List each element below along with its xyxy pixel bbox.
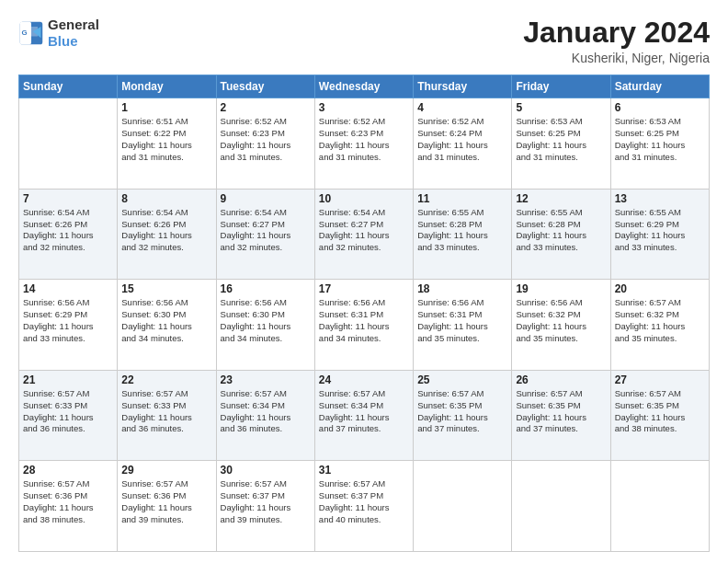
calendar-cell: 14Sunrise: 6:56 AMSunset: 6:29 PMDayligh… [19, 280, 118, 371]
calendar-cell [19, 98, 118, 190]
day-number: 17 [319, 282, 409, 295]
calendar-day-header: Friday [512, 75, 610, 98]
day-number: 5 [516, 101, 606, 114]
cell-content: Sunrise: 6:52 AMSunset: 6:24 PMDaylight:… [417, 116, 507, 163]
cell-content: Sunrise: 6:57 AMSunset: 6:35 PMDaylight:… [516, 388, 606, 435]
cell-content: Sunrise: 6:54 AMSunset: 6:27 PMDaylight:… [319, 207, 409, 254]
day-number: 6 [615, 101, 705, 114]
calendar-cell [512, 461, 610, 552]
calendar-cell: 6Sunrise: 6:53 AMSunset: 6:25 PMDaylight… [610, 98, 709, 190]
calendar-cell: 20Sunrise: 6:57 AMSunset: 6:32 PMDayligh… [610, 280, 709, 371]
calendar-cell: 10Sunrise: 6:54 AMSunset: 6:27 PMDayligh… [314, 189, 413, 280]
calendar-day-header: Thursday [414, 75, 512, 98]
day-number: 7 [23, 192, 113, 205]
cell-content: Sunrise: 6:54 AMSunset: 6:26 PMDaylight:… [121, 207, 211, 254]
cell-content: Sunrise: 6:56 AMSunset: 6:30 PMDaylight:… [121, 297, 211, 344]
calendar-cell: 4Sunrise: 6:52 AMSunset: 6:24 PMDaylight… [414, 98, 512, 190]
calendar-cell: 17Sunrise: 6:56 AMSunset: 6:31 PMDayligh… [314, 280, 413, 371]
cell-content: Sunrise: 6:52 AMSunset: 6:23 PMDaylight:… [221, 116, 311, 163]
day-number: 29 [121, 464, 211, 477]
calendar-header-row: SundayMondayTuesdayWednesdayThursdayFrid… [19, 75, 710, 98]
calendar-day-header: Wednesday [314, 75, 413, 98]
cell-content: Sunrise: 6:57 AMSunset: 6:35 PMDaylight:… [417, 388, 507, 435]
day-number: 25 [417, 373, 507, 386]
day-number: 9 [221, 192, 311, 205]
calendar-cell: 8Sunrise: 6:54 AMSunset: 6:26 PMDaylight… [118, 189, 216, 280]
calendar-cell: 1Sunrise: 6:51 AMSunset: 6:22 PMDaylight… [118, 98, 216, 190]
cell-content: Sunrise: 6:57 AMSunset: 6:37 PMDaylight:… [221, 478, 311, 525]
cell-content: Sunrise: 6:53 AMSunset: 6:25 PMDaylight:… [615, 116, 705, 163]
calendar-cell: 16Sunrise: 6:56 AMSunset: 6:30 PMDayligh… [216, 280, 314, 371]
day-number: 11 [417, 192, 507, 205]
logo: G General Blue [18, 17, 99, 50]
day-number: 16 [221, 282, 311, 295]
cell-content: Sunrise: 6:57 AMSunset: 6:36 PMDaylight:… [23, 478, 113, 525]
day-number: 4 [417, 101, 507, 114]
calendar-cell: 28Sunrise: 6:57 AMSunset: 6:36 PMDayligh… [19, 461, 118, 552]
calendar-cell: 15Sunrise: 6:56 AMSunset: 6:30 PMDayligh… [118, 280, 216, 371]
calendar-cell: 9Sunrise: 6:54 AMSunset: 6:27 PMDaylight… [216, 189, 314, 280]
cell-content: Sunrise: 6:56 AMSunset: 6:31 PMDaylight:… [417, 297, 507, 344]
calendar-cell: 31Sunrise: 6:57 AMSunset: 6:37 PMDayligh… [314, 461, 413, 552]
cell-content: Sunrise: 6:53 AMSunset: 6:25 PMDaylight:… [516, 116, 606, 163]
cell-content: Sunrise: 6:54 AMSunset: 6:26 PMDaylight:… [23, 207, 113, 254]
cell-content: Sunrise: 6:57 AMSunset: 6:36 PMDaylight:… [121, 478, 211, 525]
calendar-week-row: 7Sunrise: 6:54 AMSunset: 6:26 PMDaylight… [19, 189, 710, 280]
calendar-cell: 29Sunrise: 6:57 AMSunset: 6:36 PMDayligh… [118, 461, 216, 552]
cell-content: Sunrise: 6:51 AMSunset: 6:22 PMDaylight:… [121, 116, 211, 163]
day-number: 12 [516, 192, 606, 205]
calendar-day-header: Saturday [610, 75, 709, 98]
day-number: 3 [319, 101, 409, 114]
calendar-cell: 5Sunrise: 6:53 AMSunset: 6:25 PMDaylight… [512, 98, 610, 190]
cell-content: Sunrise: 6:57 AMSunset: 6:32 PMDaylight:… [615, 297, 705, 344]
calendar-cell: 30Sunrise: 6:57 AMSunset: 6:37 PMDayligh… [216, 461, 314, 552]
cell-content: Sunrise: 6:56 AMSunset: 6:32 PMDaylight:… [516, 297, 606, 344]
day-number: 28 [23, 464, 113, 477]
day-number: 23 [221, 373, 311, 386]
cell-content: Sunrise: 6:57 AMSunset: 6:33 PMDaylight:… [23, 388, 113, 435]
cell-content: Sunrise: 6:56 AMSunset: 6:30 PMDaylight:… [221, 297, 311, 344]
day-number: 1 [121, 101, 211, 114]
calendar-cell: 27Sunrise: 6:57 AMSunset: 6:35 PMDayligh… [610, 370, 709, 461]
cell-content: Sunrise: 6:57 AMSunset: 6:33 PMDaylight:… [121, 388, 211, 435]
day-number: 24 [319, 373, 409, 386]
calendar-week-row: 1Sunrise: 6:51 AMSunset: 6:22 PMDaylight… [19, 98, 710, 190]
calendar-cell: 3Sunrise: 6:52 AMSunset: 6:23 PMDaylight… [314, 98, 413, 190]
day-number: 13 [615, 192, 705, 205]
calendar-day-header: Monday [118, 75, 216, 98]
calendar-cell: 23Sunrise: 6:57 AMSunset: 6:34 PMDayligh… [216, 370, 314, 461]
logo-icon: G [18, 20, 44, 46]
main-title: January 2024 [523, 17, 710, 49]
day-number: 8 [121, 192, 211, 205]
calendar-cell: 7Sunrise: 6:54 AMSunset: 6:26 PMDaylight… [19, 189, 118, 280]
svg-text:G: G [22, 29, 28, 37]
day-number: 2 [221, 101, 311, 114]
day-number: 18 [417, 282, 507, 295]
calendar-cell: 22Sunrise: 6:57 AMSunset: 6:33 PMDayligh… [118, 370, 216, 461]
cell-content: Sunrise: 6:57 AMSunset: 6:35 PMDaylight:… [615, 388, 705, 435]
calendar-cell: 18Sunrise: 6:56 AMSunset: 6:31 PMDayligh… [414, 280, 512, 371]
calendar-cell: 11Sunrise: 6:55 AMSunset: 6:28 PMDayligh… [414, 189, 512, 280]
cell-content: Sunrise: 6:57 AMSunset: 6:34 PMDaylight:… [319, 388, 409, 435]
cell-content: Sunrise: 6:54 AMSunset: 6:27 PMDaylight:… [221, 207, 311, 254]
cell-content: Sunrise: 6:52 AMSunset: 6:23 PMDaylight:… [319, 116, 409, 163]
calendar-day-header: Tuesday [216, 75, 314, 98]
cell-content: Sunrise: 6:55 AMSunset: 6:29 PMDaylight:… [615, 207, 705, 254]
page: G General Blue January 2024 Kusheriki, N… [0, 0, 728, 563]
day-number: 31 [319, 464, 409, 477]
calendar-cell: 21Sunrise: 6:57 AMSunset: 6:33 PMDayligh… [19, 370, 118, 461]
day-number: 26 [516, 373, 606, 386]
calendar-cell: 19Sunrise: 6:56 AMSunset: 6:32 PMDayligh… [512, 280, 610, 371]
day-number: 15 [121, 282, 211, 295]
subtitle: Kusheriki, Niger, Nigeria [523, 51, 710, 65]
cell-content: Sunrise: 6:55 AMSunset: 6:28 PMDaylight:… [417, 207, 507, 254]
day-number: 19 [516, 282, 606, 295]
cell-content: Sunrise: 6:56 AMSunset: 6:29 PMDaylight:… [23, 297, 113, 344]
calendar-table: SundayMondayTuesdayWednesdayThursdayFrid… [18, 75, 710, 552]
title-block: January 2024 Kusheriki, Niger, Nigeria [523, 17, 710, 65]
day-number: 21 [23, 373, 113, 386]
cell-content: Sunrise: 6:56 AMSunset: 6:31 PMDaylight:… [319, 297, 409, 344]
calendar-cell: 25Sunrise: 6:57 AMSunset: 6:35 PMDayligh… [414, 370, 512, 461]
logo-text: General Blue [48, 17, 99, 50]
day-number: 10 [319, 192, 409, 205]
